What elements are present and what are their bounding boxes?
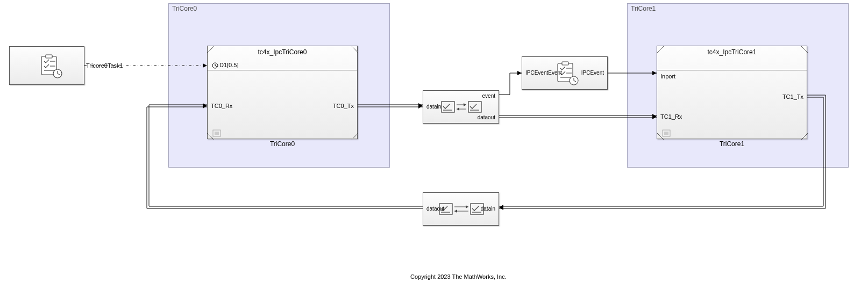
tricore0-name: TriCore0 [270, 140, 295, 148]
svg-line-35 [657, 133, 664, 140]
svg-rect-26 [562, 62, 568, 65]
tricore0-tx-label: TC0_Tx [333, 103, 354, 109]
block-tricore0[interactable]: tc4x_IpcTriCore0 D1[0.5] TC0_Rx TC0_Tx [207, 46, 358, 139]
ipc-up-in: datain [426, 104, 441, 110]
tricore0-title: tc4x_IpcTriCore0 [208, 46, 357, 56]
tricore1-name: TriCore1 [720, 140, 744, 148]
block-tricore0task1[interactable] [9, 46, 84, 85]
copyright-text: Copyright 2023 The MathWorks, Inc. [410, 273, 507, 280]
ipc-up-data: dataout [478, 114, 495, 120]
tricore1-inport-label: Inport [660, 73, 675, 80]
block-ipc-lower[interactable]: dataout datain [423, 192, 499, 226]
block-ipcevent[interactable]: IPCEventEvent IPCEvent [522, 56, 608, 90]
svg-marker-51 [418, 103, 423, 109]
svg-marker-52 [517, 71, 522, 75]
task-port-label: Tricore0Task1 [86, 62, 123, 69]
area-tricore0-label: TriCore0 [172, 5, 197, 12]
svg-rect-37 [663, 130, 670, 136]
tricore1-tx-label: TC1_Tx [782, 93, 803, 100]
svg-rect-16 [215, 132, 219, 135]
svg-marker-44 [466, 205, 468, 208]
tricore0-trig-label: D1[0.5] [219, 62, 238, 68]
ipcevent-in: IPCEventEvent [525, 70, 562, 76]
svg-marker-24 [457, 107, 459, 111]
ipcevent-out: IPCEvent [581, 70, 604, 76]
svg-line-36 [801, 133, 808, 140]
svg-rect-1 [46, 55, 52, 58]
block-ipc-upper[interactable]: datain event dataout [423, 90, 499, 124]
ipc-down-in: datain [481, 206, 495, 212]
block-tricore1[interactable]: tc4x_IpcTriCore1 Inport TC1_Rx TC1_Tx [657, 46, 807, 139]
svg-line-10 [208, 133, 214, 140]
ipc-up-ev: event [482, 93, 495, 99]
ipc-down-out: dataout [426, 206, 444, 212]
tricore1-title: tc4x_IpcTriCore1 [657, 46, 807, 56]
svg-marker-46 [454, 210, 457, 213]
svg-marker-58 [499, 205, 503, 210]
svg-marker-22 [464, 103, 466, 106]
area-tricore1-label: TriCore1 [631, 5, 656, 12]
tricore1-rx-label: TC1_Rx [660, 113, 682, 120]
svg-line-11 [352, 133, 358, 140]
tricore0-rx-label: TC0_Rx [211, 103, 232, 109]
svg-rect-38 [664, 132, 668, 135]
svg-rect-15 [213, 130, 220, 136]
